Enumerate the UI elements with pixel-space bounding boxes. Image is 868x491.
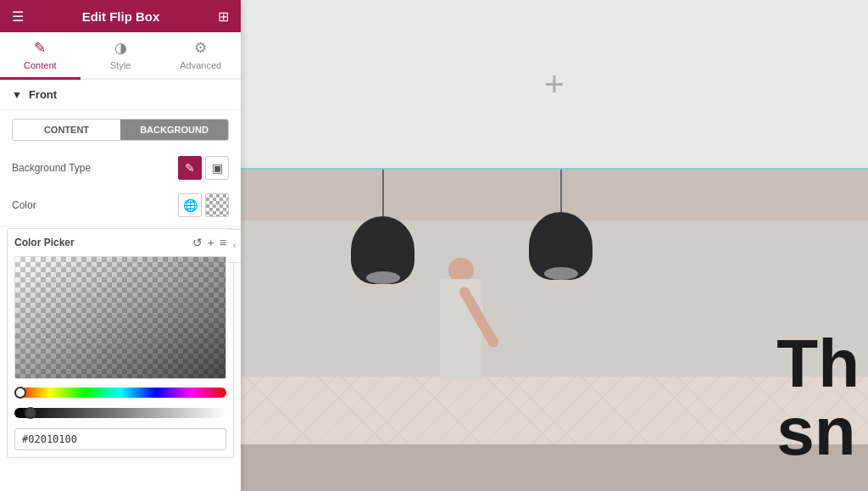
hamburger-icon[interactable]: ☰ bbox=[12, 8, 24, 25]
color-row: Color 🌐 bbox=[0, 187, 241, 224]
wall-tiles bbox=[241, 377, 868, 444]
grid-icon[interactable]: ⊞ bbox=[218, 8, 229, 25]
room-image-area: Th sn bbox=[241, 170, 868, 491]
background-image-icon-btn[interactable]: ▣ bbox=[205, 156, 229, 180]
content-tab-icon: ✎ bbox=[34, 39, 46, 57]
global-color-btn[interactable]: 🌐 bbox=[178, 193, 202, 217]
floor bbox=[241, 440, 868, 491]
color-picker-panel: Color Picker ↺ + ≡ #02010100 bbox=[7, 228, 234, 458]
opacity-slider-container bbox=[14, 406, 226, 421]
color-canvas-gradient-overlay bbox=[15, 257, 225, 378]
hue-slider[interactable] bbox=[14, 388, 226, 398]
tab-style[interactable]: ◑ Style bbox=[81, 32, 161, 80]
color-picker-menu-btn[interactable]: ≡ bbox=[220, 236, 226, 249]
lamp-cord-left bbox=[382, 170, 384, 216]
person-silhouette bbox=[427, 258, 495, 444]
sidebar-title: Edit Flip Box bbox=[82, 9, 160, 24]
background-toggle-btn[interactable]: BACKGROUND bbox=[120, 120, 228, 140]
color-picker-header: Color Picker ↺ + ≡ bbox=[14, 236, 226, 249]
color-preview-row: 🌐 bbox=[178, 193, 229, 217]
background-type-row: Background Type ✎ ▣ bbox=[0, 149, 241, 187]
color-label: Color bbox=[12, 199, 36, 211]
content-tab-label: Content bbox=[24, 60, 57, 70]
image-icon: ▣ bbox=[212, 161, 223, 175]
paint-icon: ✎ bbox=[185, 161, 195, 175]
advanced-tab-label: Advanced bbox=[180, 60, 221, 70]
front-section-header[interactable]: ▼ Front bbox=[0, 80, 241, 110]
add-section-icon[interactable]: + bbox=[544, 65, 564, 103]
advanced-tab-icon: ⚙ bbox=[194, 39, 207, 57]
text-overlay: Th sn bbox=[776, 330, 860, 466]
sidebar-header: ☰ Edit Flip Box ⊞ bbox=[0, 0, 241, 32]
color-swatch[interactable] bbox=[205, 193, 229, 217]
lamp-right bbox=[529, 170, 593, 280]
sidebar-collapse-handle[interactable]: ‹ bbox=[228, 229, 241, 263]
globe-icon: 🌐 bbox=[183, 198, 198, 212]
section-label: Front bbox=[29, 88, 57, 101]
tab-content[interactable]: ✎ Content bbox=[0, 32, 81, 80]
lamp-bottom-right bbox=[544, 267, 578, 280]
text-overlay-line1: Th bbox=[776, 330, 860, 398]
background-type-buttons: ✎ ▣ bbox=[178, 156, 229, 180]
background-paint-icon-btn[interactable]: ✎ bbox=[178, 156, 202, 180]
main-content: + bbox=[241, 0, 868, 491]
section-arrow-icon: ▼ bbox=[12, 89, 22, 101]
hex-color-input[interactable]: #02010100 bbox=[14, 428, 226, 450]
color-picker-add-btn[interactable]: + bbox=[208, 236, 214, 249]
color-picker-actions: ↺ + ≡ bbox=[192, 236, 226, 249]
text-overlay-line2: sn bbox=[776, 398, 860, 466]
content-background-toggle: CONTENT BACKGROUND bbox=[12, 119, 229, 141]
style-tab-label: Style bbox=[110, 60, 131, 70]
color-gradient-canvas[interactable] bbox=[14, 256, 226, 379]
content-toggle-btn[interactable]: CONTENT bbox=[13, 120, 120, 140]
lamp-left bbox=[351, 170, 415, 284]
tab-advanced[interactable]: ⚙ Advanced bbox=[160, 32, 241, 80]
sidebar: ☰ Edit Flip Box ⊞ ✎ Content ◑ Style ⚙ Ad… bbox=[0, 0, 241, 491]
opacity-slider[interactable] bbox=[14, 408, 226, 418]
color-picker-title: Color Picker bbox=[14, 237, 75, 248]
lamp-bottom-left bbox=[366, 271, 400, 284]
tabs-container: ✎ Content ◑ Style ⚙ Advanced bbox=[0, 32, 241, 80]
color-picker-reset-btn[interactable]: ↺ bbox=[192, 236, 203, 249]
room-background: Th sn bbox=[241, 170, 868, 491]
background-type-label: Background Type bbox=[12, 162, 91, 174]
lamp-shade-right bbox=[529, 212, 593, 280]
lamp-cord-right bbox=[560, 170, 562, 212]
style-tab-icon: ◑ bbox=[114, 39, 127, 57]
hue-slider-container bbox=[14, 386, 226, 401]
divider bbox=[0, 226, 241, 226]
collapse-arrow-icon: ‹ bbox=[233, 241, 236, 250]
lamp-shade-left bbox=[351, 216, 415, 284]
plus-area[interactable]: + bbox=[241, 0, 868, 170]
